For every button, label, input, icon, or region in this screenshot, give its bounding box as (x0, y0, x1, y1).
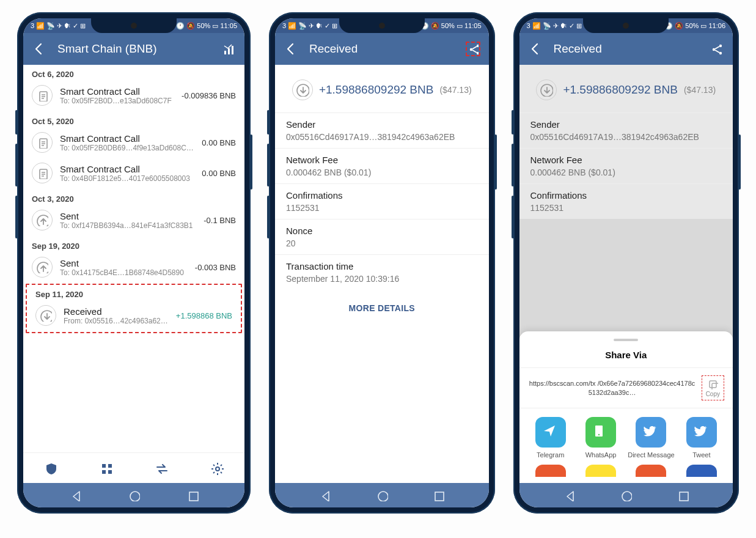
share-icon[interactable] (466, 42, 480, 56)
chart-icon[interactable] (221, 42, 236, 56)
nav-back-icon[interactable] (319, 489, 331, 501)
app-bar: Received (519, 33, 733, 65)
detail-row: Sender0x05516Cd46917A19…381942c4963a62EB (519, 112, 733, 148)
share-app-tweet[interactable]: Tweet (677, 417, 727, 459)
page-title: Smart Chain (BNB) (57, 42, 210, 56)
date-header: Oct 6, 2020 (23, 65, 244, 81)
detail-label: Confirmations (286, 190, 478, 201)
date-header: Oct 5, 2020 (23, 112, 244, 128)
sent-icon (32, 257, 53, 278)
received-icon (536, 79, 557, 100)
detail-label: Sender (286, 119, 478, 130)
share-icon[interactable] (710, 42, 724, 56)
share-app-direct-message[interactable]: Direct Message (626, 417, 676, 459)
detail-label: Transaction time (286, 261, 478, 271)
dex-tab-icon[interactable] (155, 462, 168, 475)
detail-row: Transaction time September 11, 2020 10:3… (275, 254, 489, 290)
detail-row: Network Fee 0.000462 BNB ($0.01) (275, 148, 489, 183)
nav-recent-icon[interactable] (677, 489, 689, 501)
phone-mockup-1: 3 📶 📡 ✈ 🗣 ✓ ⊞ ℕ 🕐 🔕 50% ▭ 11:05 Smart Ch… (17, 12, 251, 514)
app-bar: Received (275, 33, 489, 65)
bottom-tab-bar (23, 452, 244, 483)
detail-row: Sender 0x05516Cd46917A19…381942c4963a62E… (275, 112, 489, 148)
phone-mockup-2: 3 📶 📡 ✈ 🗣 ✓ ⊞ ℕ 🕐 🔕 50% ▭ 11:05 Received… (269, 12, 495, 514)
sheet-handle[interactable] (614, 339, 638, 341)
tx-amount-usd: ($47.13) (439, 85, 471, 95)
nav-home-icon[interactable] (128, 489, 140, 501)
tx-amount: 0.00 BNB (202, 169, 236, 178)
tx-title: Received (64, 306, 169, 317)
page-title: Received (554, 42, 699, 56)
detail-row: Nonce 20 (275, 219, 489, 254)
tx-amount: +1.598868 BNB (176, 311, 232, 320)
page-title: Received (309, 42, 455, 56)
transactions-list: Oct 6, 2020 Smart Contract Call To: 0x05… (23, 65, 244, 452)
transaction-row[interactable]: Smart Contract Call To: 0x05fF2B0D…e13aD… (23, 81, 244, 112)
back-icon[interactable] (284, 42, 298, 56)
phone-mockup-3: 3 📶 📡 ✈ 🗣 ✓ ⊞ ℕ 🕐 🔕 50% ▭ 11:06 Received… (513, 12, 739, 514)
detail-row: Network Fee0.000462 BNB ($0.01) (519, 148, 733, 183)
share-app-telegram[interactable]: Telegram (526, 417, 576, 459)
share-app-partial[interactable] (686, 465, 717, 477)
transaction-row[interactable]: Smart Contract Call To: 0x05fF2B0DB69…4f… (23, 128, 244, 159)
tx-details: +1.59886809292 BNB ($47.13) Sender 0x055… (275, 65, 489, 483)
share-link-text: https://bscscan.com/tx /0x66e7a726696802… (528, 379, 697, 397)
tx-address: To: 0xf147BB6394a…841eF41a3fC83B1 (60, 221, 196, 230)
dapps-tab-icon[interactable] (100, 462, 113, 475)
nav-home-icon[interactable] (620, 489, 632, 501)
tx-amount: -0.009836 BNB (182, 91, 236, 100)
date-header: Sep 19, 2020 (23, 237, 244, 253)
transaction-row[interactable]: Received From: 0x05516…42c4963a62EB +1.5… (27, 301, 241, 332)
nav-recent-icon[interactable] (186, 489, 199, 501)
tx-address: To: 0x05fF2B0DB69…4f9e13aDd608C7F (60, 144, 194, 152)
received-icon (35, 305, 56, 326)
back-icon[interactable] (32, 42, 46, 56)
received-icon (292, 79, 313, 100)
transaction-row[interactable]: Sent To: 0xf147BB6394a…841eF41a3fC83B1 -… (23, 206, 244, 237)
back-icon[interactable] (528, 42, 543, 56)
share-app-partial[interactable] (535, 465, 566, 477)
tx-address: To: 0x14175cB4E…1B68748e4D5890 (60, 268, 188, 277)
tx-amount: 0.00 BNB (202, 138, 236, 147)
share-app-partial[interactable] (636, 465, 666, 477)
settings-tab-icon[interactable] (210, 462, 224, 475)
sent-icon (32, 210, 53, 230)
tx-address: To: 0x4B0F1812e5…4017e6005508003 (60, 174, 194, 183)
system-nav-bar (23, 483, 244, 507)
tx-title: Sent (60, 211, 196, 221)
tx-title: Sent (60, 258, 188, 268)
system-nav-bar (275, 483, 489, 507)
tx-amount: +1.59886809292 BNB (319, 83, 434, 97)
detail-value: 0x05516Cd46917A19…381942c4963a62EB (286, 132, 478, 142)
detail-row: Confirmations1152531 (519, 183, 733, 219)
detail-value: 1152531 (286, 203, 478, 213)
date-header: Oct 3, 2020 (23, 190, 244, 206)
nav-back-icon[interactable] (563, 489, 576, 501)
tx-amount: -0.003 BNB (195, 263, 236, 272)
tx-details: +1.59886809292 BNB ($47.13) Sender0x0551… (519, 65, 733, 483)
share-app-whatsapp[interactable]: WhatsApp (576, 417, 626, 459)
detail-label: Nonce (286, 226, 478, 236)
contract-icon (32, 132, 53, 153)
contract-icon (32, 85, 53, 106)
wallet-tab-icon[interactable] (44, 462, 57, 475)
nav-recent-icon[interactable] (432, 489, 444, 501)
share-app-partial[interactable] (585, 465, 616, 477)
transaction-row[interactable]: Smart Contract Call To: 0x4B0F1812e5…401… (23, 159, 244, 190)
more-details-button[interactable]: MORE DETAILS (275, 290, 489, 326)
nav-home-icon[interactable] (376, 489, 388, 501)
share-sheet: Share Via https://bscscan.com/tx /0x66e7… (519, 331, 733, 483)
detail-value: 20 (286, 238, 478, 248)
copy-button[interactable]: Copy (702, 375, 724, 400)
tx-amount: +1.59886809292 BNB (563, 83, 678, 97)
detail-value: 0.000462 BNB ($0.01) (286, 168, 478, 177)
transaction-row[interactable]: Sent To: 0x14175cB4E…1B68748e4D5890 -0.0… (23, 253, 244, 284)
tx-amount-usd: ($47.13) (684, 85, 716, 95)
detail-value: September 11, 2020 10:39:16 (286, 274, 478, 284)
tx-address: To: 0x05fF2B0D…e13aDd608C7F (60, 97, 174, 105)
nav-back-icon[interactable] (70, 489, 82, 501)
detail-row: Confirmations 1152531 (275, 183, 489, 219)
system-nav-bar (519, 483, 733, 507)
contract-icon (32, 163, 53, 183)
app-bar: Smart Chain (BNB) (23, 33, 244, 65)
